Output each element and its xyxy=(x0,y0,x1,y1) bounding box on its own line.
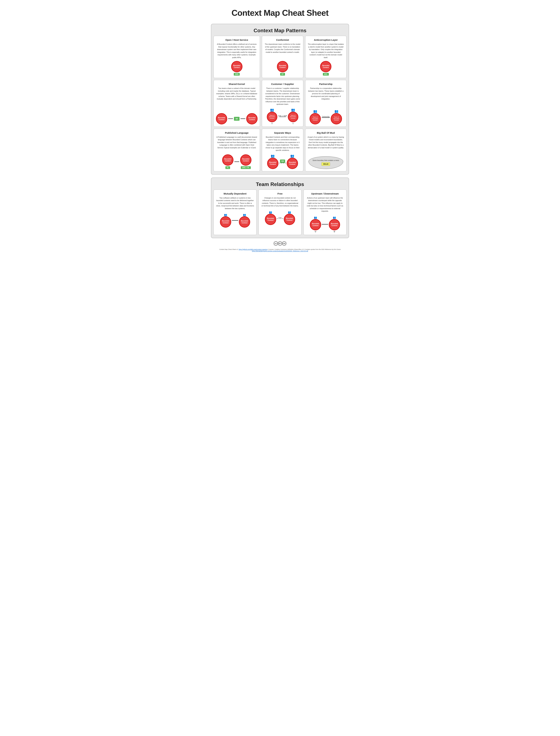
svg-text:cc: cc xyxy=(275,242,277,245)
ud-right-icon: 👥 xyxy=(333,216,336,219)
card-conformist-desc: The downstream team conforms to the mode… xyxy=(264,43,301,53)
free-right-bc: Bounded Context xyxy=(284,214,295,225)
p-label: Partnership xyxy=(322,116,329,117)
card-free-title: Free xyxy=(277,192,283,195)
sw-connector: SW xyxy=(279,160,286,163)
card-acl: Anticorruption Layer The anticorruption … xyxy=(305,36,346,78)
card-conformist: Conformist The downstream team conforms … xyxy=(262,36,303,78)
card-cs-desc: There is a customer / supplier relations… xyxy=(264,87,301,106)
pl-line xyxy=(234,162,239,162)
free-connector: Free xyxy=(277,217,283,219)
mutual-line xyxy=(232,220,238,221)
card-ohs: Open / Host Service A Bounded Context of… xyxy=(214,36,260,78)
card-conformist-diagram: Bounded Context CF xyxy=(264,61,301,76)
card-mutual-title: Mutually Dependent xyxy=(224,192,247,195)
cs-arrow-label: CUS --> SUP xyxy=(278,115,287,117)
bbom-cloud: Some boundary that contains a mess BBoM xyxy=(308,156,343,169)
cs-right-team-icon: 👥 xyxy=(291,108,295,112)
cs-arrow-line xyxy=(279,117,286,117)
bc-cf: Bounded Context CF xyxy=(277,61,288,76)
bc-cf-circle: Bounded Context xyxy=(277,61,288,72)
bc-pl-left-circle: Bounded Context xyxy=(222,154,233,166)
card-ohs-diagram: Bounded Context OHS xyxy=(216,61,258,76)
sw-left-icon: 👥 xyxy=(271,154,275,158)
sk-box: SK xyxy=(234,117,240,121)
free-left-bc: Bounded Context xyxy=(265,214,276,225)
cc-area: cc BY SA xyxy=(211,241,349,247)
sk-line-right xyxy=(241,118,245,119)
sw-dashed-line xyxy=(279,163,286,163)
card-acl-desc: The anticorruption layer is a layer that… xyxy=(308,43,344,59)
sk-line-left xyxy=(228,118,233,119)
ud-left-icon: 👥 xyxy=(314,216,317,219)
cs-right-bc: Team of Bounded Context xyxy=(288,112,298,122)
cs-arrow-area: CUS --> SUP xyxy=(278,115,287,117)
cs-u-label: U xyxy=(293,123,294,124)
page-title: Context Map Cheat Sheet xyxy=(211,3,349,21)
card-sk-desc: Two teams share a subset of the domain m… xyxy=(216,87,258,100)
footer-text-start: Context Map Cheat Sheet v2: xyxy=(219,249,239,250)
bc-sk-right: Bounded Context xyxy=(246,113,258,124)
card-conformist-title: Conformist xyxy=(276,39,289,41)
card-ohs-desc: A Bounded Context offers a defined set o… xyxy=(216,43,258,59)
bc-pl-right: Bounded Context OHS + PL xyxy=(240,154,251,169)
sw-right-bc: Bounded Context xyxy=(287,158,298,169)
team-grid: Mutually Dependent Two software artifact… xyxy=(214,190,346,235)
sw-right-icon: 👥 xyxy=(290,154,294,158)
bc-ohs-label: OHS xyxy=(234,73,240,76)
sw-left-bc: Bounded Context xyxy=(267,158,278,169)
card-acl-diagram: Bounded Context ACL xyxy=(308,61,344,76)
card-sw-diagram: 👥 Bounded Context SW 👥 Bounded Context xyxy=(264,154,301,169)
team-title: Team Relationships xyxy=(214,180,346,190)
card-free-desc: Changes in one bounded context do not in… xyxy=(261,197,299,207)
cc-icon: cc BY SA xyxy=(211,241,349,247)
p-right-bc: Team of Bounded Context xyxy=(331,113,342,124)
card-cs-diagram: 👥 Team of Bounded Context D CUS --> SUP … xyxy=(264,108,301,124)
svg-text:BY: BY xyxy=(279,243,281,245)
card-cs-title: Customer / Supplier xyxy=(271,83,294,85)
footer-github-link[interactable]: https://github.com/ddd-crew/context-mapp… xyxy=(239,249,268,250)
bc-pl-right-label: OHS + PL xyxy=(241,166,251,169)
footer-ddd-link[interactable]: https://domainlanguage.com/wp-content/up… xyxy=(252,250,308,252)
bbom-label: BBoM xyxy=(321,162,330,166)
free-right-icon: 👥 xyxy=(288,211,291,214)
card-mutual-diagram: 👥 Bounded Context 👥 Bounded Context xyxy=(216,213,254,228)
card-partnership: Partnership Partnership is a cooperative… xyxy=(305,80,346,127)
card-pl-diagram: Bounded Context PL Bounded Context OHS +… xyxy=(216,154,258,169)
free-left: 👥 Bounded Context xyxy=(265,211,276,225)
ud-right: 👥 Bounded Context D xyxy=(329,216,340,233)
card-bbom-title: Big Ball Of Mud xyxy=(317,131,335,134)
p-right-group: 👥 Team of Bounded Context xyxy=(331,109,342,124)
card-pl-desc: A Published Language is a well documente… xyxy=(216,136,258,149)
card-pl: Published Language A Published Language … xyxy=(214,129,260,171)
free-label: Free xyxy=(279,217,282,219)
mutual-left-bc: Bounded Context xyxy=(220,216,231,228)
cs-left-group: 👥 Team of Bounded Context D xyxy=(267,108,277,124)
card-ud-desc: Actions of an upstream team will influen… xyxy=(306,197,344,213)
card-partnership-diagram: 👥 Team of Bounded Context Partnership 👥 … xyxy=(308,109,344,124)
cs-d-label: D xyxy=(271,123,273,124)
cs-left-bc: Team of Bounded Context xyxy=(267,112,277,122)
card-ud-diagram: 👥 Bounded Context U 👥 Bounded Context D xyxy=(306,216,344,233)
card-acl-title: Anticorruption Layer xyxy=(314,39,338,41)
bc-pl-right-circle: Bounded Context xyxy=(240,154,251,166)
card-bbom-diagram: Some boundary that contains a mess BBoM xyxy=(308,156,344,169)
card-sk: Shared Kernel Two teams share a subset o… xyxy=(214,80,260,127)
card-pl-title: Published Language xyxy=(225,131,249,134)
card-ohs-title: Open / Host Service xyxy=(225,39,248,41)
free-right: 👥 Bounded Context xyxy=(284,211,295,225)
ud-right-bc: Bounded Context xyxy=(329,219,340,230)
sw-left-group: 👥 Bounded Context xyxy=(267,154,278,169)
footer: Context Map Cheat Sheet v2: https://gith… xyxy=(211,249,349,252)
free-left-icon: 👥 xyxy=(269,211,272,214)
bbom-cloud-text: Some boundary that contains a mess xyxy=(313,160,339,161)
bc-acl-circle: Bounded Context xyxy=(320,61,331,72)
bc-cf-label: CF xyxy=(280,73,285,76)
mutual-right-icon: 👥 xyxy=(243,213,246,216)
cs-left-team-icon: 👥 xyxy=(270,108,274,112)
card-free-diagram: 👥 Bounded Context Free 👥 Bounded Context xyxy=(261,211,299,225)
team-section: Team Relationships Mutually Dependent Tw… xyxy=(211,178,349,238)
card-cs: Customer / Supplier There is a customer … xyxy=(262,80,303,127)
free-dashed xyxy=(277,219,283,219)
card-bbom: Big Ball Of Mud A (part of a) system whi… xyxy=(305,129,346,171)
